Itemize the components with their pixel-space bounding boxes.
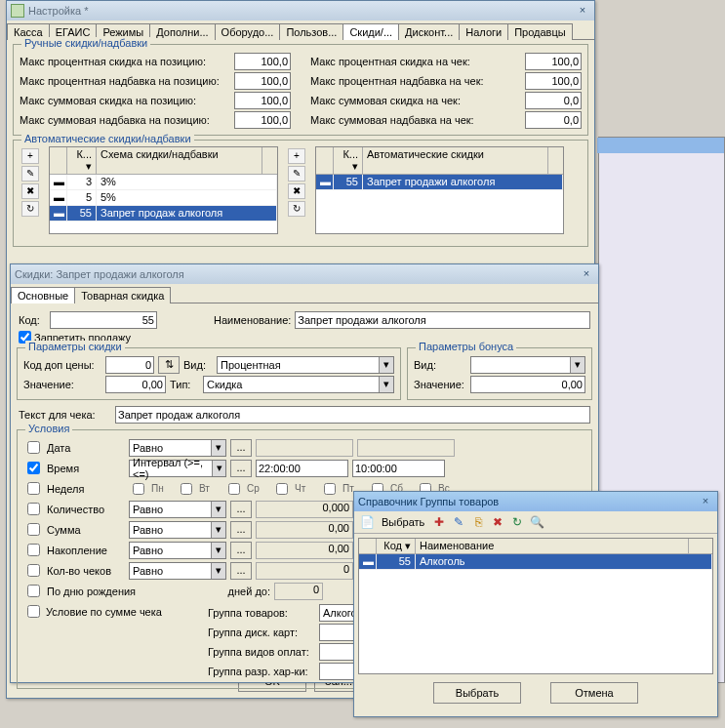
search-icon[interactable]: 🔍	[528, 513, 545, 531]
code-input[interactable]	[50, 311, 157, 329]
row-name: Запрет продажи алкоголя	[363, 175, 563, 189]
auto-grid[interactable]: К... ▾Автоматические скидки▬55Запрет про…	[315, 146, 564, 234]
field-input[interactable]	[234, 92, 291, 109]
cond-op-select[interactable]: Равно▾	[129, 439, 226, 457]
dopcode-input[interactable]	[105, 356, 154, 374]
cond-checkbox[interactable]	[27, 564, 40, 577]
close-icon[interactable]: ×	[579, 267, 594, 281]
vid-select[interactable]: Процентная▾	[217, 356, 394, 374]
table-row[interactable]: ▬33%	[50, 175, 277, 190]
cond-to-input[interactable]	[352, 460, 445, 477]
table-row[interactable]: ▬55Запрет продажи алкоголя	[316, 175, 563, 190]
cond-dots-button[interactable]: ...	[230, 521, 252, 539]
catalog-titlebar[interactable]: Справочник Группы товаров ×	[354, 492, 717, 511]
delete-icon[interactable]: ✖	[288, 183, 305, 199]
cond-from-input[interactable]	[256, 460, 348, 477]
weekday-checkbox[interactable]	[228, 483, 240, 495]
cancel-button[interactable]: Отмена	[550, 682, 638, 704]
settings-tab[interactable]: Продавцы	[507, 23, 573, 40]
cond-checkbox[interactable]	[27, 523, 40, 536]
goods-group-label: Группа товаров:	[208, 607, 315, 619]
settings-tab[interactable]: Пользов...	[279, 23, 343, 40]
dopcode-stepper[interactable]: ⇅	[158, 356, 180, 374]
cond-dots-button[interactable]: ...	[230, 542, 252, 559]
cond-checkbox[interactable]	[27, 544, 40, 556]
edit-icon[interactable]: ✎	[288, 166, 305, 182]
cond-op-select[interactable]: Равно▾	[129, 521, 226, 539]
close-icon[interactable]: ×	[698, 495, 713, 508]
field-input[interactable]	[525, 72, 582, 90]
cond-value: 0,00	[256, 521, 353, 539]
select-toolbar-button[interactable]: Выбрать	[378, 516, 428, 528]
cond-op-select[interactable]: Интервал (>=,<=)▾	[129, 460, 226, 477]
cond-op-select[interactable]: Равно▾	[129, 562, 226, 580]
settings-tab[interactable]: Оборудо...	[215, 23, 281, 40]
table-row[interactable]: ▬55Алкоголь	[359, 554, 712, 570]
settings-tab[interactable]: Скиди/...	[342, 23, 399, 40]
refresh-icon[interactable]: ↻	[21, 201, 39, 217]
name-input[interactable]	[295, 311, 590, 329]
bonus-vid-select[interactable]: ▾	[470, 356, 585, 374]
discount-tab[interactable]: Основные	[11, 287, 75, 303]
cond-checkbox[interactable]	[27, 441, 40, 454]
sumcheck-label: Условие по сумме чека	[46, 606, 162, 618]
field-input[interactable]	[525, 53, 582, 70]
cond-dots-button[interactable]: ...	[230, 439, 252, 457]
cond-dots-button[interactable]: ...	[230, 562, 252, 580]
delete-icon[interactable]: ✖	[21, 183, 39, 199]
row-name: Запрет продаж алкоголя	[97, 206, 277, 221]
settings-tab[interactable]: Дополни...	[149, 23, 215, 40]
discount-titlebar[interactable]: Скидки: Запрет продажи алкоголя ×	[11, 264, 598, 284]
weekday-checkbox[interactable]	[133, 483, 144, 495]
catalog-grid[interactable]: Код ▾Наименование▬55Алкоголь	[358, 538, 713, 674]
close-icon[interactable]: ×	[575, 4, 590, 18]
manual-discounts-group: Ручные скидки/надбавки Макс процентная с…	[13, 44, 588, 136]
settings-tab[interactable]: Налоги	[459, 23, 508, 40]
cond-checkbox[interactable]	[27, 482, 40, 495]
field-input[interactable]	[234, 111, 291, 129]
refresh-icon[interactable]: ↻	[508, 513, 526, 531]
catalog-toolbar: 📄 Выбрать ✚ ✎ ⎘ ✖ ↻ 🔍	[354, 511, 717, 534]
right-grid-toolbar: + ✎ ✖ ↻	[286, 146, 307, 234]
row-icon: ▬	[50, 206, 67, 221]
cond-dots-button[interactable]: ...	[230, 501, 252, 518]
schemes-grid[interactable]: К... ▾Схема скидки/надбавки▬33%▬55%▬55За…	[49, 146, 278, 234]
discount-title: Скидки: Запрет продажи алкоголя	[15, 268, 184, 280]
discount-params-group: Параметры скидки Код доп цены: ⇅ Вид: Пр…	[17, 347, 401, 400]
add-icon[interactable]: +	[288, 148, 305, 164]
table-row[interactable]: ▬55%	[50, 190, 277, 206]
field-input[interactable]	[234, 53, 291, 70]
edit-icon[interactable]: ✎	[21, 166, 39, 182]
bonus-val-input[interactable]	[470, 376, 585, 393]
settings-tab[interactable]: Дисконт...	[398, 23, 460, 40]
new-icon[interactable]: 📄	[358, 513, 376, 531]
cond-checkbox[interactable]	[27, 503, 40, 515]
table-row[interactable]: ▬55Запрет продаж алкоголя	[50, 206, 277, 222]
cond-op-select[interactable]: Равно▾	[129, 501, 226, 518]
delete-icon[interactable]: ✖	[489, 513, 506, 531]
cond-op-select[interactable]: Равно▾	[129, 542, 226, 559]
sumcheck-checkbox[interactable]	[27, 605, 40, 618]
weekday-checkbox[interactable]	[324, 483, 336, 495]
refresh-icon[interactable]: ↻	[288, 201, 305, 217]
add-icon[interactable]: ✚	[430, 513, 448, 531]
birthday-checkbox[interactable]	[27, 585, 40, 597]
select-button[interactable]: Выбрать	[433, 682, 521, 704]
cond-value: 0,000	[256, 501, 353, 518]
weekday-checkbox[interactable]	[181, 483, 192, 495]
cond-dots-button[interactable]: ...	[230, 460, 252, 477]
copy-icon[interactable]: ⎘	[469, 513, 487, 531]
settings-titlebar[interactable]: Настройка * ×	[7, 1, 594, 20]
value-input[interactable]	[105, 376, 166, 393]
add-icon[interactable]: +	[21, 148, 39, 164]
field-input[interactable]	[234, 72, 291, 90]
cond-checkbox[interactable]	[27, 462, 40, 474]
edit-icon[interactable]: ✎	[450, 513, 467, 531]
field-input[interactable]	[525, 111, 582, 129]
weekday-checkbox[interactable]	[276, 483, 288, 495]
tip-select[interactable]: Скидка▾	[203, 376, 394, 393]
receipt-text-input[interactable]	[115, 406, 590, 424]
field-input[interactable]	[525, 92, 582, 109]
cond-label: Количество	[47, 504, 125, 515]
discount-tab[interactable]: Товарная скидка	[74, 287, 171, 303]
